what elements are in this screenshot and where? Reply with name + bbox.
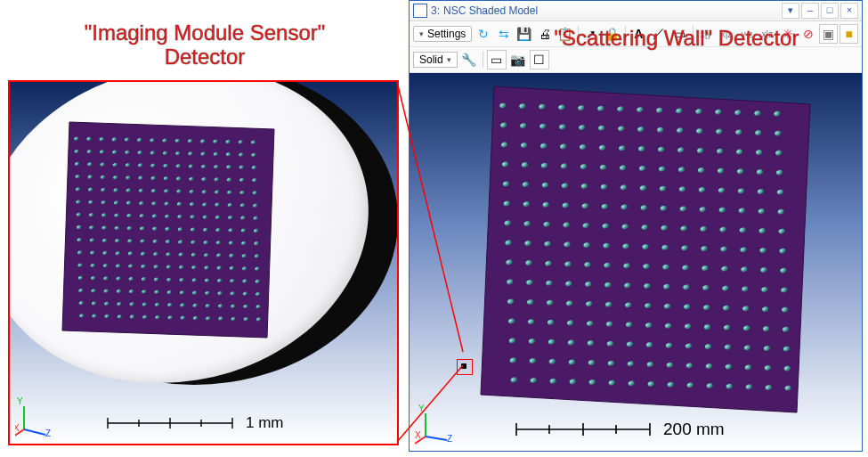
svg-line-465 xyxy=(426,437,447,440)
svg-line-227 xyxy=(24,429,45,435)
svg-text:X: X xyxy=(415,430,421,440)
restore-button[interactable]: □ xyxy=(821,3,839,19)
scale-bar-right: 200 mm xyxy=(507,417,757,442)
svg-text:Z: Z xyxy=(447,434,452,444)
shading-dropdown[interactable]: Solid ▾ xyxy=(413,52,458,68)
svg-text:Y: Y xyxy=(418,404,425,413)
scale-label-left: 1 mm xyxy=(246,414,284,431)
left-inset-panel: Y Z X 1 mm xyxy=(8,80,399,445)
settings-label: Settings xyxy=(427,28,466,40)
window-title-prefix: 3: xyxy=(431,4,440,17)
window-title: NSC Shaded Model xyxy=(443,4,778,17)
chevron-down-icon: ▾ xyxy=(447,55,451,64)
frame-select-icon[interactable]: ☐ xyxy=(530,50,549,69)
scattering-wall-plate xyxy=(410,73,862,451)
minimize-button[interactable]: – xyxy=(801,3,819,19)
axis-triad-right: Y Z X xyxy=(415,403,458,445)
svg-text:Y: Y xyxy=(17,396,23,406)
separator xyxy=(483,52,483,68)
axis-triad-left: Y Z X xyxy=(15,396,58,438)
sensor-plate-left xyxy=(10,82,397,444)
right-caption: "Scattering Wall" Detector xyxy=(507,27,846,50)
zoom-marker-box xyxy=(457,359,473,375)
dropdown-button[interactable]: ▾ xyxy=(782,3,799,19)
window-titlebar[interactable]: 3: NSC Shaded Model ▾ – □ × xyxy=(410,1,862,21)
camera-icon[interactable]: 📷 xyxy=(508,50,528,69)
refresh-icon[interactable]: ↻ xyxy=(474,24,492,44)
svg-text:X: X xyxy=(15,423,20,433)
close-button[interactable]: × xyxy=(840,3,858,19)
wrench-icon[interactable]: 🔧 xyxy=(459,50,479,69)
shading-label: Solid xyxy=(419,53,443,66)
app-window: 3: NSC Shaded Model ▾ – □ × ▾ Settings ↻… xyxy=(409,0,863,452)
left-caption-line1: "Imaging Module Sensor" xyxy=(85,20,326,45)
scale-bar-left: 1 mm xyxy=(99,412,312,435)
viewport[interactable]: Y Z X 200 mm xyxy=(410,73,862,451)
toolbar-row-2: Solid ▾ 🔧 ▭ 📷 ☐ xyxy=(410,47,862,73)
settings-button[interactable]: ▾ Settings xyxy=(413,26,472,42)
left-caption: "Imaging Module Sensor" Detector xyxy=(27,21,383,69)
svg-text:Z: Z xyxy=(45,428,51,438)
left-caption-line2: Detector xyxy=(165,45,246,69)
window-icon xyxy=(413,4,427,18)
chevron-down-icon: ▾ xyxy=(419,29,424,38)
scale-label-right: 200 mm xyxy=(663,420,725,438)
rect-icon[interactable]: ▭ xyxy=(487,50,507,69)
